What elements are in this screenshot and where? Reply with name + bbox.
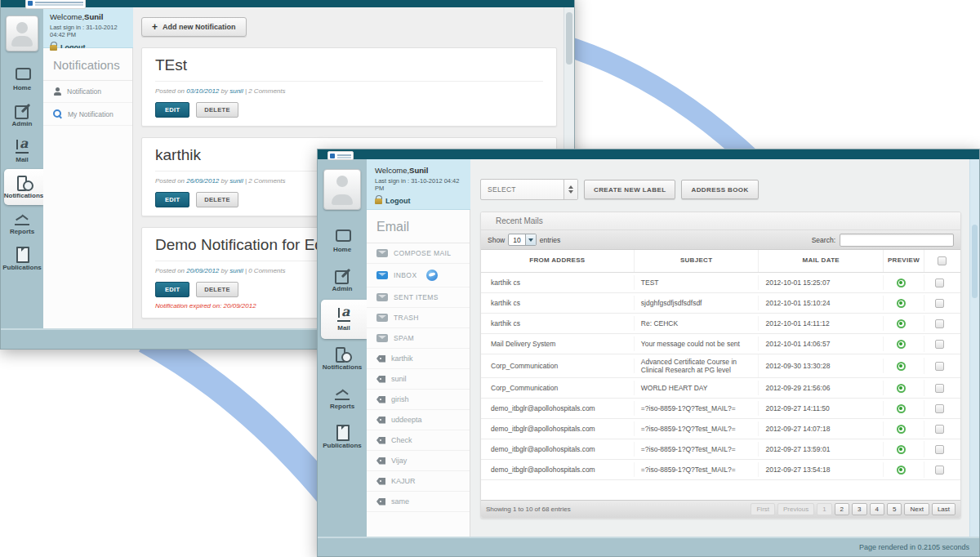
mail-label-item[interactable]: KAJUR	[367, 471, 470, 492]
notifications-icon[interactable]: Notifications	[318, 339, 367, 378]
publications-icon[interactable]: Publications	[1, 241, 43, 277]
posted-date-link[interactable]: 20/09/2012	[186, 267, 219, 274]
table-row[interactable]: demo_itbglr@apollohospitals.com =?iso-88…	[481, 439, 960, 460]
sidebar-item-spam[interactable]: SPAM	[367, 328, 470, 349]
sidebar-title: Email	[367, 210, 470, 243]
preview-status-icon[interactable]	[897, 340, 906, 349]
row-checkbox[interactable]	[935, 340, 944, 349]
cell-mail-date: 2012-10-01 15:10:24	[759, 296, 884, 310]
pagination-button[interactable]: First	[751, 503, 775, 515]
edit-button[interactable]: EDIT	[155, 282, 189, 297]
sidebar-item-trash[interactable]: TRASH	[367, 308, 470, 328]
preview-status-icon[interactable]	[897, 362, 906, 371]
column-header-subject[interactable]: SUBJECT	[635, 250, 760, 272]
spinner-icon[interactable]	[564, 180, 577, 199]
table-row[interactable]: karthik cs TEST 2012-10-01 15:25:07	[481, 273, 960, 293]
preview-status-icon[interactable]	[897, 384, 906, 393]
pagination-button[interactable]: 1	[817, 503, 831, 515]
pagination-button[interactable]: Last	[932, 503, 956, 515]
table-row[interactable]: Corp_Communication WORLD HEART DAY 2012-…	[481, 378, 960, 399]
column-header-mail-date[interactable]: MAIL DATE	[759, 250, 884, 272]
logout-button[interactable]: Logout	[375, 197, 462, 205]
row-checkbox[interactable]	[935, 299, 944, 308]
row-checkbox[interactable]	[935, 384, 944, 393]
preview-status-icon[interactable]	[897, 319, 906, 328]
home-icon[interactable]: Home	[318, 221, 367, 261]
edit-button[interactable]: EDIT	[155, 192, 189, 207]
scrollbar[interactable]	[969, 159, 979, 537]
mail-label-item[interactable]: sunil	[367, 369, 470, 390]
select-all-checkbox[interactable]	[938, 256, 947, 265]
add-new-notification-button[interactable]: + Add new Notification	[141, 17, 247, 37]
scrollbar-thumb[interactable]	[566, 12, 572, 65]
author-link[interactable]: sunil	[229, 87, 243, 95]
table-row[interactable]: karthik cs sjdghfgsdfjsdfsdfsdf 2012-10-…	[481, 293, 960, 314]
table-row[interactable]: demo_itbglr@apollohospitals.com =?iso-88…	[481, 399, 960, 419]
preview-status-icon[interactable]	[897, 466, 906, 475]
mail-label-item[interactable]: Check	[367, 430, 470, 451]
sidebar-item-sent-items[interactable]: SENT ITEMS	[367, 287, 470, 308]
pagination-button[interactable]: Previous	[777, 503, 814, 515]
label-select-dropdown[interactable]: SELECT	[480, 179, 578, 200]
row-checkbox[interactable]	[935, 362, 944, 371]
column-header-from[interactable]: FROM ADDRESS	[481, 250, 635, 272]
sidebar-item-notification[interactable]: Notification	[43, 81, 132, 103]
address-book-button[interactable]: ADDRESS BOOK	[681, 180, 758, 199]
delete-button[interactable]: DELETE	[196, 102, 238, 118]
table-row[interactable]: Mail Delivery System Your message could …	[481, 334, 960, 354]
mail-label-item[interactable]: girish	[367, 390, 470, 410]
table-row[interactable]: demo_itbglr@apollohospitals.com =?iso-88…	[481, 419, 960, 439]
mail-label-item[interactable]: same	[367, 492, 470, 512]
posted-date-link[interactable]: 03/10/2012	[186, 87, 219, 95]
column-header-preview[interactable]: PREVIEW	[884, 250, 924, 272]
pagination-button[interactable]: 5	[887, 503, 902, 515]
row-checkbox[interactable]	[935, 404, 944, 413]
cell-checkbox	[924, 421, 960, 436]
table-row[interactable]: Corp_Communication Advanced Certificate …	[481, 354, 960, 378]
edit-button[interactable]: EDIT	[155, 102, 189, 118]
mail-label-item[interactable]: Vijay	[367, 451, 470, 471]
home-icon[interactable]: Home	[1, 61, 43, 97]
delete-button[interactable]: DELETE	[196, 192, 238, 207]
preview-status-icon[interactable]	[897, 445, 906, 454]
sidebar-item-inbox[interactable]: INBOX	[367, 264, 470, 287]
mail-label-item[interactable]: karthik	[367, 349, 470, 369]
reports-icon[interactable]: Reports	[1, 205, 43, 241]
preview-status-icon[interactable]	[897, 404, 906, 413]
mail-icon[interactable]: Mail	[1, 133, 43, 169]
sidebar-item-compose-mail[interactable]: COMPOSE MAIL	[367, 243, 470, 264]
admin-icon[interactable]: Admin	[318, 261, 367, 300]
table-row[interactable]: demo_itbglr@apollohospitals.com =?iso-88…	[481, 460, 960, 480]
delete-button[interactable]: DELETE	[196, 282, 238, 297]
table-row[interactable]: karthik cs Re: CEHCK 2012-10-01 14:11:12	[481, 314, 960, 334]
row-checkbox[interactable]	[935, 466, 944, 475]
admin-icon[interactable]: Admin	[1, 97, 43, 133]
mail-label-item[interactable]: uddeepta	[367, 410, 470, 430]
create-new-label-button[interactable]: CREATE NEW LABEL	[584, 180, 675, 199]
cell-from: karthik cs	[481, 296, 635, 310]
pagination-button[interactable]: 3	[852, 503, 866, 515]
sidebar-item-list: Notification My Notification	[43, 81, 132, 126]
author-link[interactable]: sunil	[229, 177, 243, 185]
preview-status-icon[interactable]	[897, 299, 906, 308]
sidebar-item-my-notification[interactable]: My Notification	[43, 103, 132, 126]
pagination-button[interactable]: Next	[904, 503, 929, 515]
row-checkbox[interactable]	[935, 319, 944, 328]
notifications-icon[interactable]: Notifications	[4, 169, 43, 205]
publications-icon[interactable]: Publications	[318, 417, 367, 457]
author-link[interactable]: sunil	[229, 267, 243, 274]
pagination-button[interactable]: 4	[870, 503, 884, 515]
preview-status-icon[interactable]	[897, 278, 906, 287]
preview-status-icon[interactable]	[897, 425, 906, 434]
search-input[interactable]	[840, 234, 954, 247]
scrollbar-thumb[interactable]	[972, 225, 978, 298]
mail-icon[interactable]: Mail	[321, 300, 367, 339]
row-checkbox[interactable]	[935, 445, 944, 454]
posted-date-link[interactable]: 26/09/2012	[186, 177, 219, 185]
row-checkbox[interactable]	[935, 425, 944, 434]
cell-checkbox	[924, 400, 960, 416]
reports-icon[interactable]: Reports	[318, 378, 367, 417]
pagination-button[interactable]: 2	[835, 503, 849, 515]
row-checkbox[interactable]	[935, 278, 944, 287]
page-size-select[interactable]: 10	[508, 234, 536, 246]
